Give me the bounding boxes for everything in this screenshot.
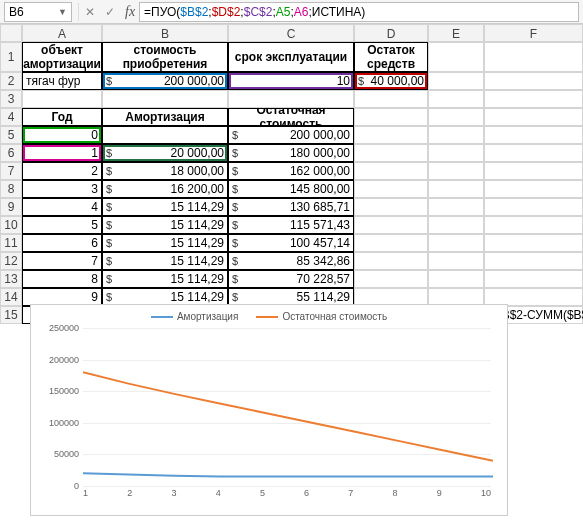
cell-F11[interactable]: [484, 234, 583, 252]
cell-E10[interactable]: [428, 216, 484, 234]
col-header-B[interactable]: B: [102, 24, 228, 42]
cell-A9[interactable]: 4: [22, 198, 102, 216]
fx-icon[interactable]: fx: [125, 4, 135, 20]
spreadsheet-grid[interactable]: ABCDEF1объект амортизациистоимость приоб…: [0, 24, 583, 324]
cell-D1[interactable]: Остаток средств: [354, 42, 428, 72]
cell-F7[interactable]: [484, 162, 583, 180]
cell-D12[interactable]: [354, 252, 428, 270]
row-header-1[interactable]: 1: [0, 42, 22, 72]
formula-input[interactable]: =ПУО($B$2;$D$2;$C$2;A5;A6;ИСТИНА): [139, 2, 579, 22]
cell-r3-3[interactable]: [354, 90, 428, 108]
cell-D13[interactable]: [354, 270, 428, 288]
cell-B9[interactable]: $15 114,29: [102, 198, 228, 216]
cell-D9[interactable]: [354, 198, 428, 216]
cell-r3-2[interactable]: [228, 90, 354, 108]
cell-A5[interactable]: 0: [22, 126, 102, 144]
row-header-12[interactable]: 12: [0, 252, 22, 270]
cell-B6[interactable]: $20 000,00: [102, 144, 228, 162]
cell-D8[interactable]: [354, 180, 428, 198]
cell-A8[interactable]: 3: [22, 180, 102, 198]
col-header-F[interactable]: F: [484, 24, 583, 42]
cell-B2[interactable]: $200 000,00: [102, 72, 228, 90]
cell-B4[interactable]: Амортизация: [102, 108, 228, 126]
cell-E6[interactable]: [428, 144, 484, 162]
cell-F1[interactable]: [484, 42, 583, 72]
row-header-6[interactable]: 6: [0, 144, 22, 162]
row-header-11[interactable]: 11: [0, 234, 22, 252]
cell-C8[interactable]: $145 800,00: [228, 180, 354, 198]
cell-C4[interactable]: Остаточная стоимость: [228, 108, 354, 126]
cell-F2[interactable]: [484, 72, 583, 90]
cell-D10[interactable]: [354, 216, 428, 234]
cell-C1[interactable]: срок эксплуатации: [228, 42, 354, 72]
row-header-13[interactable]: 13: [0, 270, 22, 288]
cell-r3-0[interactable]: [22, 90, 102, 108]
cell-F8[interactable]: [484, 180, 583, 198]
cell-E7[interactable]: [428, 162, 484, 180]
cell-B11[interactable]: $15 114,29: [102, 234, 228, 252]
cell-E1[interactable]: [428, 42, 484, 72]
cell-r3-1[interactable]: [102, 90, 228, 108]
row-header-9[interactable]: 9: [0, 198, 22, 216]
row-header-7[interactable]: 7: [0, 162, 22, 180]
cell-C11[interactable]: $100 457,14: [228, 234, 354, 252]
cell-A10[interactable]: 5: [22, 216, 102, 234]
col-header-C[interactable]: C: [228, 24, 354, 42]
cell-C13[interactable]: $70 228,57: [228, 270, 354, 288]
cell-F4[interactable]: [484, 108, 583, 126]
cell-E2[interactable]: [428, 72, 484, 90]
row-header-14[interactable]: 14: [0, 288, 22, 306]
cell-E11[interactable]: [428, 234, 484, 252]
cell-B12[interactable]: $15 114,29: [102, 252, 228, 270]
col-header-E[interactable]: E: [428, 24, 484, 42]
cell-B1[interactable]: стоимость приобретения: [102, 42, 228, 72]
cell-A1[interactable]: объект амортизации: [22, 42, 102, 72]
row-header-2[interactable]: 2: [0, 72, 22, 90]
cell-r3-5[interactable]: [484, 90, 583, 108]
cell-F12[interactable]: [484, 252, 583, 270]
chart[interactable]: Амортизация Остаточная стоимость 0500001…: [30, 304, 508, 516]
cell-E13[interactable]: [428, 270, 484, 288]
cell-A6[interactable]: 1: [22, 144, 102, 162]
select-all[interactable]: [0, 24, 22, 42]
cell-F10[interactable]: [484, 216, 583, 234]
enter-icon[interactable]: ✓: [105, 5, 115, 19]
row-header-4[interactable]: 4: [0, 108, 22, 126]
cell-r3-4[interactable]: [428, 90, 484, 108]
col-header-D[interactable]: D: [354, 24, 428, 42]
cell-D6[interactable]: [354, 144, 428, 162]
cell-C7[interactable]: $162 000,00: [228, 162, 354, 180]
cell-E5[interactable]: [428, 126, 484, 144]
col-header-A[interactable]: A: [22, 24, 102, 42]
cell-C2[interactable]: 10: [228, 72, 354, 90]
cell-A13[interactable]: 8: [22, 270, 102, 288]
cell-E4[interactable]: [428, 108, 484, 126]
cell-A7[interactable]: 2: [22, 162, 102, 180]
row-header-5[interactable]: 5: [0, 126, 22, 144]
cell-C10[interactable]: $115 571,43: [228, 216, 354, 234]
cell-B10[interactable]: $15 114,29: [102, 216, 228, 234]
row-header-10[interactable]: 10: [0, 216, 22, 234]
cell-E8[interactable]: [428, 180, 484, 198]
row-header-15[interactable]: 15: [0, 306, 22, 324]
cell-D5[interactable]: [354, 126, 428, 144]
cell-D2[interactable]: $40 000,00: [354, 72, 428, 90]
cell-E12[interactable]: [428, 252, 484, 270]
cell-F13[interactable]: [484, 270, 583, 288]
cell-B8[interactable]: $16 200,00: [102, 180, 228, 198]
chevron-down-icon[interactable]: ▼: [58, 7, 67, 17]
cell-E9[interactable]: [428, 198, 484, 216]
cell-B7[interactable]: $18 000,00: [102, 162, 228, 180]
cell-D11[interactable]: [354, 234, 428, 252]
cell-D7[interactable]: [354, 162, 428, 180]
cell-F6[interactable]: [484, 144, 583, 162]
cell-A12[interactable]: 7: [22, 252, 102, 270]
cell-C5[interactable]: $200 000,00: [228, 126, 354, 144]
cancel-icon[interactable]: ✕: [85, 5, 95, 19]
cell-A11[interactable]: 6: [22, 234, 102, 252]
cell-B5[interactable]: [102, 126, 228, 144]
cell-C9[interactable]: $130 685,71: [228, 198, 354, 216]
cell-A4[interactable]: Год: [22, 108, 102, 126]
cell-D4[interactable]: [354, 108, 428, 126]
cell-A2[interactable]: тягач фур: [22, 72, 102, 90]
